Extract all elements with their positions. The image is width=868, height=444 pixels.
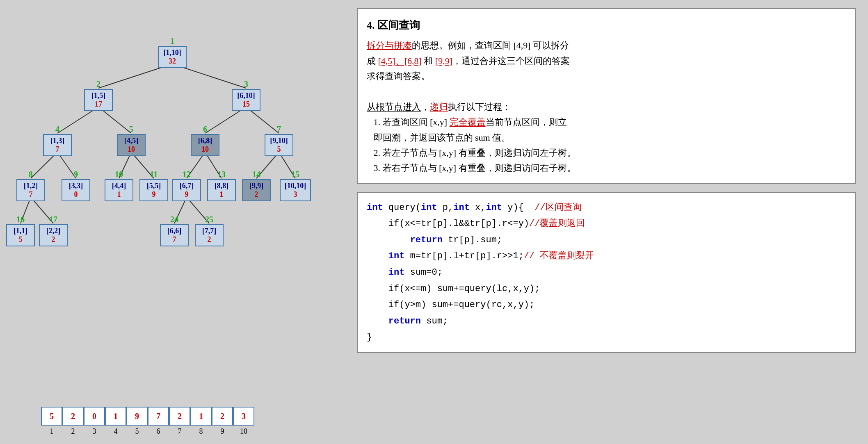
array-label-6: 6 (148, 427, 169, 436)
tree-node-15: 15[10,10]3 (279, 170, 312, 201)
node-range-3: [6,10] (237, 91, 256, 100)
code-line-4: int sum=0; (367, 264, 846, 281)
node-box-15: [10,10]3 (280, 179, 311, 201)
node-val-17: 2 (44, 235, 63, 244)
node-range-4: [1,3] (48, 137, 67, 145)
node-box-14: [9,9]2 (242, 179, 271, 201)
node-range-14: [9,9] (247, 182, 266, 190)
array-label-7: 7 (169, 427, 190, 436)
tree-node-10: 10[4,4]1 (103, 170, 135, 201)
tree-node-11: 11[5,5]9 (137, 170, 170, 201)
array-cell-2: 2 (62, 407, 84, 426)
tree-node-4: 4[1,3]7 (41, 125, 74, 156)
array-label-8: 8 (190, 427, 212, 436)
node-number-5: 5 (129, 125, 133, 133)
node-range-17: [2,2] (44, 227, 63, 235)
text-line-8: 2. 若左子节点与 [x,y] 有重叠，则递归访问左子树。 (367, 148, 576, 158)
node-val-13: 1 (212, 190, 231, 199)
node-number-13: 13 (217, 170, 226, 178)
node-val-7: 5 (270, 145, 288, 154)
array-label-10: 10 (233, 427, 254, 436)
node-box-7: [9,10]5 (265, 134, 293, 156)
array-label-9: 9 (212, 427, 233, 436)
node-box-1: [1,10]32 (158, 46, 187, 68)
node-val-5: 10 (122, 145, 141, 154)
text-line-3: 求得查询答案。 (367, 71, 430, 81)
node-val-10: 1 (110, 190, 128, 199)
node-val-2: 17 (89, 100, 108, 109)
node-number-11: 11 (150, 170, 158, 178)
tree-node-17: 17[2,2]2 (37, 215, 70, 246)
node-number-10: 10 (115, 170, 123, 178)
node-box-17: [2,2]2 (39, 224, 68, 246)
array-cell-4: 1 (105, 407, 126, 426)
tree-node-3: 3[6,10]15 (230, 80, 263, 111)
node-number-12: 12 (183, 170, 191, 178)
array-label-5: 5 (126, 427, 148, 436)
node-box-8: [1,2]7 (16, 179, 45, 201)
node-box-4: [1,3]7 (43, 134, 72, 156)
node-range-15: [10,10] (285, 182, 306, 190)
node-val-4: 7 (48, 145, 67, 154)
node-range-8: [1,2] (21, 182, 40, 190)
array-labels: 12345678910 (41, 427, 254, 436)
array-label-2: 2 (62, 427, 84, 436)
tree-node-9: 9[3,3]0 (59, 170, 92, 201)
node-box-9: [3,3]0 (62, 179, 90, 201)
array-cell-6: 7 (148, 407, 169, 426)
node-range-5: [4,5] (122, 137, 141, 145)
array-cell-8: 1 (190, 407, 212, 426)
text-line-7: 即回溯，并返回该节点的 sum 值。 (367, 132, 510, 143)
node-range-11: [5,5] (144, 182, 163, 190)
text-content: 拆分与拼凑的思想。例如，查询区间 [4,9] 可以拆分成 [4,5]、[6,8]… (367, 38, 846, 176)
node-range-24: [6,6] (165, 227, 184, 235)
node-val-3: 15 (237, 100, 256, 109)
node-range-16: [1,1] (11, 227, 30, 235)
node-box-6: [6,8]10 (191, 134, 219, 156)
section-title: 4. 区间查询 (367, 16, 846, 34)
node-range-12: [6,7] (177, 182, 196, 190)
array-label-4: 4 (105, 427, 126, 436)
node-box-16: [1,1]5 (6, 224, 35, 246)
code-line-2: return tr[p].sum; (367, 232, 846, 248)
array-row: 5201972123 (41, 407, 254, 426)
code-box: int query(int p,int x,int y){ //区间查询 if(… (357, 192, 856, 353)
node-range-25: [7,7] (200, 227, 219, 235)
node-number-9: 9 (74, 170, 78, 178)
code-line-0: int query(int p,int x,int y){ //区间查询 (367, 200, 846, 216)
node-val-25: 2 (200, 235, 219, 244)
node-range-1: [1,10] (163, 48, 182, 57)
node-box-3: [6,10]15 (232, 89, 260, 111)
node-range-7: [9,10] (270, 137, 288, 145)
array-cell-5: 9 (126, 407, 148, 426)
node-box-2: [1,5]17 (84, 89, 113, 111)
code-line-6: if(y>m) sum+=query(rc,x,y); (367, 297, 846, 313)
node-range-9: [3,3] (66, 182, 85, 190)
right-panel: 4. 区间查询 拆分与拼凑的思想。例如，查询区间 [4,9] 可以拆分成 [4,… (345, 0, 868, 444)
node-val-9: 0 (66, 190, 85, 199)
node-range-2: [1,5] (89, 91, 108, 100)
node-val-14: 2 (247, 190, 266, 199)
node-number-3: 3 (244, 80, 248, 88)
text-line-9: 3. 若右子节点与 [x,y] 有重叠，则递归访问右子树。 (367, 163, 576, 173)
node-number-7: 7 (277, 125, 281, 133)
tree-node-24: 24[6,6]7 (158, 215, 191, 246)
node-val-6: 10 (196, 145, 215, 154)
array-cell-9: 2 (212, 407, 233, 426)
node-box-11: [5,5]9 (139, 179, 168, 201)
node-val-15: 3 (285, 190, 306, 199)
text-line-2: 成 [4,5]、[6,8] 和 [9,9]，通过合并这三个区间的答案 (367, 56, 570, 66)
node-box-13: [8,8]1 (207, 179, 236, 201)
tree-node-14: 14[9,9]2 (240, 170, 273, 201)
tree-node-7: 7[9,10]5 (263, 125, 295, 156)
tree-node-12: 12[6,7]9 (170, 170, 203, 201)
node-val-11: 9 (144, 190, 163, 199)
tree-node-13: 13[8,8]1 (205, 170, 238, 201)
code-line-1: if(x<=tr[p].l&&tr[p].r<=y)//覆盖则返回 (367, 216, 846, 232)
text-line-5: 从根节点进入，递归执行以下过程： (367, 102, 511, 112)
tree-node-5: 5[4,5]10 (115, 125, 148, 156)
code-line-5: if(x<=m) sum+=query(lc,x,y); (367, 281, 846, 297)
text-line-1: 拆分与拼凑的思想。例如，查询区间 [4,9] 可以拆分 (367, 40, 569, 50)
node-number-8: 8 (29, 170, 33, 178)
array-cell-3: 0 (84, 407, 105, 426)
